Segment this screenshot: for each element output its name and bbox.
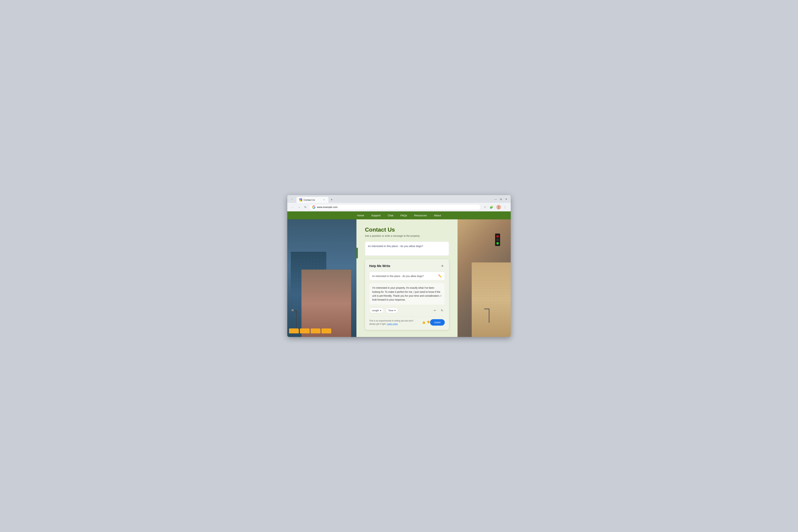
help-me-write-popup: Help Me Write ✕ im interested in this pl… (365, 259, 449, 330)
nav-about[interactable]: About (434, 214, 441, 217)
browser-controls-right: — ⧉ ✕ (493, 197, 509, 202)
thumbs-up-button[interactable]: 👍 (422, 321, 425, 324)
popup-close-button[interactable]: ✕ (440, 264, 445, 268)
tone-label: Tone (388, 309, 393, 312)
building-left-2 (302, 269, 351, 337)
url-text: www.example.com (317, 206, 478, 209)
generated-text-box: I'm interested in your property. It's ex… (369, 283, 445, 305)
undo-button[interactable]: ↩ (432, 308, 438, 314)
tab-close-button[interactable]: × (322, 198, 326, 202)
disclaimer-text: This is an experimental AI writing aid a… (369, 319, 419, 326)
browser-controls-left: ‹ (289, 196, 294, 202)
nav-chat[interactable]: Chat (388, 214, 393, 217)
nav-home[interactable]: Home (357, 214, 364, 217)
browser-window: ‹ Contact Us × + — ⧉ ✕ ← → ↻ (287, 195, 511, 337)
building-right-1 (472, 263, 511, 337)
city-right-image (457, 220, 511, 337)
browser-tab[interactable]: Contact Us × (297, 197, 328, 203)
redo-button[interactable]: ↻ (439, 308, 445, 314)
traffic-light-yellow (496, 239, 499, 241)
action-icons: ↩ ↻ (432, 308, 445, 314)
popup-footer: This is an experimental AI writing aid a… (369, 316, 445, 326)
new-tab-button[interactable]: + (329, 197, 334, 202)
extensions-button[interactable]: 🧩 (489, 204, 494, 210)
user-avatar (496, 205, 501, 209)
message-input[interactable]: im interested in this place - do you all… (365, 242, 449, 256)
street-lamp-left (296, 310, 297, 328)
tone-chevron-icon: ▾ (394, 309, 396, 312)
nav-faqs[interactable]: FAQs (400, 214, 407, 217)
learn-more-link[interactable]: Learn more (387, 323, 398, 325)
footer-left: This is an experimental AI writing aid a… (369, 319, 430, 326)
bookmark-button[interactable]: ☆ (482, 204, 488, 210)
refresh-button[interactable]: ↻ (303, 205, 308, 210)
menu-button[interactable]: ⋮ (502, 204, 508, 210)
prompt-text: im interested in this place - do you all… (372, 275, 424, 278)
toolbar-icons: ☆ 🧩 ⋮ (482, 204, 508, 210)
nav-resources[interactable]: Resources (414, 214, 427, 217)
feedback-icons: 👍 👎 (422, 321, 430, 324)
page-title: Contact Us (365, 226, 449, 233)
profile-button[interactable] (496, 204, 501, 210)
traffic-light-green (496, 242, 499, 245)
back-button[interactable]: ← (290, 205, 295, 210)
contact-subtitle: Ask a question or write a message to the… (365, 234, 449, 237)
svg-point-1 (497, 208, 500, 209)
contact-form-area: Contact Us Ask a question or write a mes… (357, 220, 457, 337)
address-bar[interactable]: www.example.com (309, 204, 481, 210)
city-left-image (287, 220, 357, 337)
nav-support[interactable]: Support (371, 214, 381, 217)
page-content: Home Support Chat FAQs Resources About (287, 211, 511, 337)
insert-button[interactable]: Insert (430, 319, 445, 326)
svg-point-0 (498, 206, 499, 208)
taxi-row (287, 328, 357, 334)
popup-header: Help Me Write ✕ (369, 264, 445, 268)
taxi-4 (322, 328, 331, 334)
tab-title: Contact Us (304, 198, 321, 201)
traffic-light-red (496, 235, 499, 238)
length-label: Length (372, 309, 379, 312)
length-dropdown[interactable]: Length ▾ (369, 308, 384, 313)
popup-title: Help Me Write (369, 264, 390, 268)
close-button[interactable]: ✕ (504, 197, 509, 202)
length-chevron-icon: ▾ (380, 309, 381, 312)
google-logo-icon (312, 206, 316, 209)
traffic-light (495, 233, 500, 246)
tab-scroll-left-button[interactable]: ‹ (289, 196, 294, 202)
restore-button[interactable]: ⧉ (499, 197, 503, 202)
browser-addressbar: ← → ↻ www.example.com ☆ 🧩 (287, 203, 511, 211)
prompt-bar: im interested in this place - do you all… (369, 272, 445, 280)
minimize-button[interactable]: — (493, 197, 498, 202)
browser-titlebar: ‹ Contact Us × + — ⧉ ✕ (287, 195, 511, 203)
green-accent (357, 248, 358, 259)
forward-button[interactable]: → (297, 205, 302, 210)
main-area: Contact Us Ask a question or write a mes… (287, 220, 511, 337)
generated-text: I'm interested in your property. It's ex… (372, 286, 442, 302)
controls-row: Length ▾ Tone ▾ ↩ ↻ (369, 308, 445, 314)
tone-dropdown[interactable]: Tone ▾ (386, 308, 398, 313)
taxi-1 (289, 328, 299, 334)
thumbs-down-button[interactable]: 👎 (426, 321, 430, 324)
tab-favicon (299, 198, 302, 201)
taxi-2 (300, 328, 310, 334)
taxi-3 (311, 328, 320, 334)
street-lamp-right (489, 308, 490, 323)
site-nav: Home Support Chat FAQs Resources About (287, 211, 511, 220)
edit-icon[interactable]: ✏️ (438, 274, 442, 278)
